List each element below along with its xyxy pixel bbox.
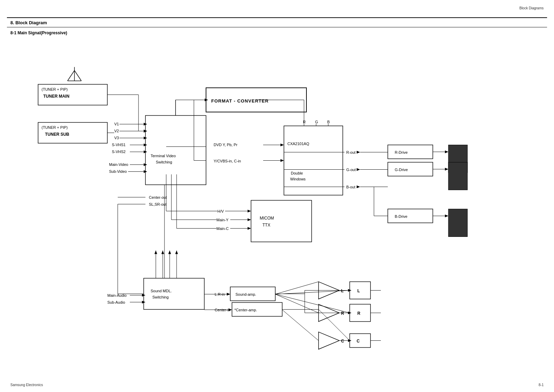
center-out-label: Center-out bbox=[149, 195, 167, 199]
r-label: R bbox=[303, 120, 306, 124]
svg-marker-32 bbox=[280, 144, 284, 146]
sound-mdl-label: Sound MDL. bbox=[151, 289, 172, 293]
svg-rect-80 bbox=[251, 201, 312, 242]
b-label: B bbox=[327, 120, 330, 124]
svhs2-label: S-VHS2 bbox=[112, 150, 126, 154]
top-border bbox=[7, 17, 547, 18]
g-label: G bbox=[315, 120, 318, 124]
svg-rect-65 bbox=[448, 209, 467, 237]
main-y-label: Main-Y bbox=[216, 218, 229, 222]
svg-marker-105 bbox=[175, 251, 178, 254]
g-out-label: G-out bbox=[346, 168, 356, 172]
r-drive-label: R-Drive bbox=[395, 150, 408, 154]
svg-line-2 bbox=[68, 71, 74, 81]
switching2-label: Switching bbox=[152, 295, 169, 299]
tuner-main-label1: (TUNER + PIP) bbox=[42, 87, 68, 91]
format-converter-label: FORMAT - CONVERTER bbox=[211, 98, 269, 104]
footer-left: Samsung Electronics bbox=[10, 383, 43, 387]
footer-right: 8-1 bbox=[539, 383, 544, 387]
svg-rect-40 bbox=[284, 126, 343, 195]
svg-marker-37 bbox=[280, 159, 284, 162]
svg-marker-49 bbox=[357, 168, 360, 171]
svg-rect-123 bbox=[350, 334, 370, 348]
svg-marker-77 bbox=[248, 219, 251, 221]
c-box-label: C bbox=[357, 339, 360, 344]
micom-label: MICOM bbox=[260, 216, 274, 221]
svg-marker-46 bbox=[357, 151, 360, 154]
sl-sr-out-label: SL,SR-out bbox=[149, 202, 167, 206]
svg-line-119 bbox=[282, 310, 319, 341]
header-title: Block Diagrams bbox=[519, 6, 544, 10]
page-header: Block Diagrams bbox=[519, 6, 544, 10]
tuner-sub-label2: TUNER SUB bbox=[45, 132, 69, 137]
double-windows-label1: Double bbox=[291, 171, 303, 175]
switching-label: Switching bbox=[156, 160, 172, 164]
svg-marker-79 bbox=[248, 227, 251, 230]
svhs1-label: S-VHS1 bbox=[112, 143, 126, 147]
c-label: C bbox=[341, 339, 344, 344]
g-drive-label: G-Drive bbox=[395, 168, 408, 172]
cxa-label: CXA2101AQ bbox=[287, 142, 309, 146]
section-title: 8. Block Diagram bbox=[10, 20, 47, 25]
tuner-sub-label1: (TUNER + PIP) bbox=[42, 125, 68, 130]
svg-marker-103 bbox=[168, 251, 171, 254]
svg-marker-93 bbox=[227, 293, 230, 296]
sub-audio-label: Sub-Audio bbox=[107, 300, 125, 304]
svg-rect-61 bbox=[448, 162, 467, 190]
sound-amp-label: Sound-amp. bbox=[235, 292, 256, 296]
tuner-main-label2: TUNER MAIN bbox=[43, 94, 69, 99]
svg-marker-64 bbox=[445, 215, 448, 217]
svg-marker-52 bbox=[357, 186, 360, 188]
v1-label: V1 bbox=[114, 122, 119, 126]
svg-rect-126 bbox=[350, 282, 370, 299]
ycvbs-label: Y/CVBS-in, C-in bbox=[214, 159, 241, 163]
main-c-label: Main-C bbox=[216, 226, 229, 231]
center-amp-label: *Center-amp. bbox=[234, 308, 257, 312]
hv-label: H/V bbox=[217, 209, 224, 213]
double-windows-label2: Windows bbox=[290, 177, 306, 181]
r-out-label: R-out bbox=[346, 150, 356, 154]
svg-marker-101 bbox=[161, 251, 164, 254]
ttx-label: TTX bbox=[262, 223, 270, 228]
v3-label: V3 bbox=[114, 136, 119, 140]
sub-video-label: Sub-Video bbox=[109, 169, 127, 173]
terminal-video-label: Terminal Video bbox=[151, 154, 176, 158]
l-box-label: L bbox=[357, 288, 360, 293]
dvd-label: DVD Y, Pb, Pr bbox=[214, 143, 238, 147]
sub-title: 8-1 Main Signal(Progressive) bbox=[10, 30, 67, 35]
svg-marker-99 bbox=[154, 251, 157, 254]
svg-marker-60 bbox=[445, 168, 448, 171]
svg-marker-120 bbox=[319, 332, 339, 349]
svg-line-3 bbox=[74, 71, 81, 81]
svg-line-138 bbox=[319, 310, 350, 341]
b-drive-label: B-Drive bbox=[395, 214, 408, 219]
v2-label: V2 bbox=[114, 129, 119, 133]
r-box-label: R bbox=[357, 311, 360, 316]
svg-rect-87 bbox=[144, 278, 204, 310]
diagram-area: (TUNER + PIP) TUNER MAIN (TUNER + PIP) T… bbox=[7, 40, 547, 378]
main-video-label: Main-Video bbox=[109, 162, 128, 167]
svg-marker-75 bbox=[248, 210, 251, 213]
b-out-label: B-out bbox=[346, 185, 355, 189]
svg-rect-20 bbox=[145, 116, 206, 185]
bottom-border bbox=[7, 27, 547, 27]
svg-marker-56 bbox=[445, 151, 448, 153]
